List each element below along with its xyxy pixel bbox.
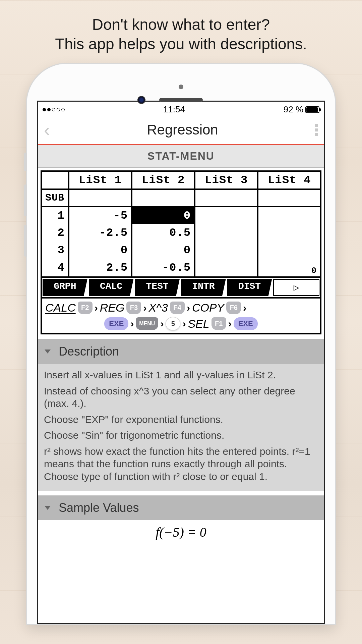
promo-line-2: This app helps you with descriptions. bbox=[13, 35, 349, 54]
softkey-calc[interactable]: CALC bbox=[89, 279, 134, 296]
table-row: 3 0 0 bbox=[42, 241, 320, 259]
f6-key-icon: F6 bbox=[226, 302, 241, 314]
chevron-right-icon: › bbox=[187, 302, 190, 314]
exe-key-icon: EXE bbox=[234, 317, 258, 330]
row-idx: 1 bbox=[42, 207, 69, 224]
table-row: 4 2.5 -0.5 0 bbox=[42, 259, 320, 276]
path-row-1: CALC F2 › REG F3 › X^3 F4 › COPY F6 › bbox=[45, 301, 317, 314]
path-calc: CALC bbox=[45, 301, 76, 314]
softkey-test[interactable]: TEST bbox=[135, 279, 180, 296]
row-idx: 2 bbox=[42, 224, 69, 241]
status-time: 11:54 bbox=[163, 104, 185, 115]
sub-label: SUB bbox=[42, 189, 69, 207]
cell[interactable] bbox=[195, 207, 258, 224]
table-row: 2 -2.5 0.5 bbox=[42, 224, 320, 241]
chevron-right-icon: › bbox=[143, 302, 146, 314]
table-header-blank bbox=[42, 172, 69, 189]
chevron-down-icon bbox=[45, 350, 51, 354]
phone-speaker bbox=[159, 98, 203, 102]
path-reg: REG bbox=[100, 301, 125, 314]
desc-para: r² shows how exact the function hits the… bbox=[44, 445, 318, 483]
f2-key-icon: F2 bbox=[78, 302, 93, 314]
sample-values-title: Sample Values bbox=[59, 501, 139, 515]
f3-key-icon: F3 bbox=[126, 302, 141, 314]
f1-key-icon: F1 bbox=[212, 317, 226, 330]
table-header-list2: LiSt 2 bbox=[132, 172, 195, 189]
calculator-screen: LiSt 1 LiSt 2 LiSt 3 LiSt 4 SUB 1 -5 0 bbox=[41, 170, 321, 299]
desc-para: Instead of choosing x^3 you can select a… bbox=[44, 385, 318, 410]
path-sel: SEL bbox=[188, 317, 209, 330]
cell[interactable] bbox=[258, 224, 320, 241]
desc-para: Choose "Sin" for trigonometric functions… bbox=[44, 429, 318, 442]
phone-volume-down bbox=[24, 225, 27, 257]
softkey-row: GRPH CALC TEST INTR DIST ▷ bbox=[42, 276, 320, 297]
chevron-right-icon: › bbox=[160, 318, 164, 329]
phone-frame: 11:54 92 % ‹ Regression STAT-MENU LiSt 1… bbox=[27, 64, 335, 624]
cell[interactable]: 0.5 bbox=[132, 224, 195, 241]
cell[interactable]: 0 bbox=[132, 241, 195, 259]
exe-key-icon: EXE bbox=[104, 317, 128, 330]
menu-button[interactable] bbox=[315, 124, 318, 136]
signal-dots-icon bbox=[43, 108, 65, 111]
cursor-value: 0 bbox=[311, 266, 317, 276]
menu-key-icon: MENU bbox=[136, 317, 158, 330]
cell[interactable]: 2.5 bbox=[69, 259, 132, 276]
table-header-list4: LiSt 4 bbox=[258, 172, 320, 189]
battery-indicator: 92 % bbox=[284, 104, 319, 115]
nav-bar: ‹ Regression bbox=[38, 117, 324, 145]
path-row-2: EXE › MENU › 5 › SEL F1 › EXE bbox=[45, 317, 317, 330]
table-header-list3: LiSt 3 bbox=[195, 172, 258, 189]
cell[interactable]: 0 bbox=[69, 241, 132, 259]
phone-camera bbox=[137, 96, 145, 104]
softkey-grph[interactable]: GRPH bbox=[43, 279, 87, 296]
chevron-right-icon: › bbox=[182, 318, 186, 329]
path-x3: X^3 bbox=[148, 301, 168, 314]
sample-values-header[interactable]: Sample Values bbox=[38, 495, 324, 520]
stat-menu-header: STAT-MENU bbox=[38, 145, 324, 168]
cell[interactable]: 0 bbox=[258, 259, 320, 276]
desc-para: Choose "EXP" for exponential functions. bbox=[44, 413, 318, 426]
softkey-dist[interactable]: DIST bbox=[227, 279, 272, 296]
table-sub-row: SUB bbox=[42, 189, 320, 207]
chevron-right-icon: › bbox=[228, 318, 232, 329]
softkey-more[interactable]: ▷ bbox=[273, 279, 319, 296]
cell[interactable] bbox=[258, 241, 320, 259]
desc-para: Insert all x-values in LiSt 1 and all y-… bbox=[44, 369, 318, 381]
row-idx: 4 bbox=[42, 259, 69, 276]
page-title: Regression bbox=[147, 122, 218, 138]
table-header-row: LiSt 1 LiSt 2 LiSt 3 LiSt 4 bbox=[42, 172, 320, 189]
table-header-list1: LiSt 1 bbox=[69, 172, 132, 189]
cell[interactable] bbox=[195, 241, 258, 259]
phone-screen: 11:54 92 % ‹ Regression STAT-MENU LiSt 1… bbox=[37, 101, 325, 624]
battery-icon bbox=[305, 106, 319, 113]
list-table: LiSt 1 LiSt 2 LiSt 3 LiSt 4 SUB 1 -5 0 bbox=[42, 172, 320, 276]
cell[interactable] bbox=[195, 224, 258, 241]
cell[interactable]: -2.5 bbox=[69, 224, 132, 241]
promo-line-1: Don't know what to enter? bbox=[13, 15, 349, 35]
cell[interactable]: -5 bbox=[69, 207, 132, 224]
num-5-key-icon: 5 bbox=[166, 317, 180, 330]
battery-percent: 92 % bbox=[284, 104, 303, 115]
cell[interactable] bbox=[195, 259, 258, 276]
chevron-right-icon: › bbox=[243, 302, 246, 314]
chevron-right-icon: › bbox=[95, 302, 98, 314]
phone-volume-up bbox=[24, 184, 27, 216]
description-header[interactable]: Description bbox=[38, 339, 324, 364]
row-idx: 3 bbox=[42, 241, 69, 259]
cell-selected[interactable]: 0 bbox=[132, 207, 195, 224]
table-row: 1 -5 0 bbox=[42, 207, 320, 224]
chevron-right-icon: › bbox=[130, 318, 134, 329]
f4-key-icon: F4 bbox=[170, 302, 185, 314]
description-body: Insert all x-values in LiSt 1 and all y-… bbox=[38, 364, 324, 491]
cell[interactable]: -0.5 bbox=[132, 259, 195, 276]
description-title: Description bbox=[59, 344, 119, 359]
softkey-intr[interactable]: INTR bbox=[181, 279, 226, 296]
promo-text: Don't know what to enter? This app helps… bbox=[0, 0, 362, 64]
path-copy: COPY bbox=[192, 301, 224, 314]
key-path: CALC F2 › REG F3 › X^3 F4 › COPY F6 › EX… bbox=[41, 299, 321, 334]
chevron-down-icon bbox=[45, 506, 51, 510]
cell[interactable] bbox=[258, 207, 320, 224]
phone-side-switch bbox=[24, 153, 27, 171]
status-bar: 11:54 92 % bbox=[38, 102, 324, 117]
back-button[interactable]: ‹ bbox=[44, 121, 50, 139]
